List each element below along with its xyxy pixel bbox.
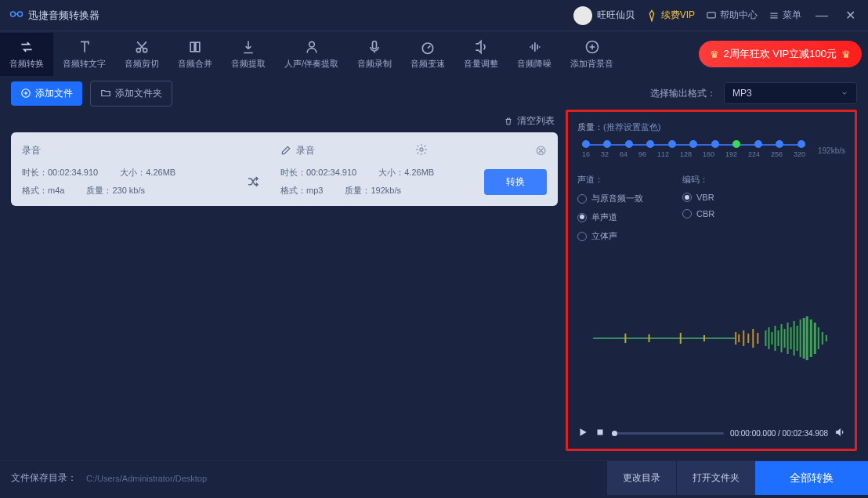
vip-badge[interactable]: 续费VIP bbox=[646, 9, 695, 22]
tab-volume-adjust[interactable]: 音量调整 bbox=[454, 33, 508, 76]
save-dir-path[interactable]: C:/Users/Administrator/Desktop bbox=[86, 474, 207, 483]
output-format-label: 选择输出格式： bbox=[650, 87, 716, 100]
mic-icon bbox=[367, 39, 382, 55]
svg-rect-6 bbox=[196, 42, 200, 52]
quality-label: 质量： bbox=[577, 121, 603, 133]
titlebar: 迅捷音频转换器 旺旺仙贝 续费VIP 帮助中心 菜单 — ✕ bbox=[0, 0, 868, 31]
stop-button[interactable] bbox=[595, 427, 606, 439]
svg-rect-40 bbox=[818, 327, 819, 349]
chat-icon bbox=[706, 10, 717, 21]
speed-icon bbox=[420, 39, 436, 55]
radio-channel-stereo[interactable]: 立体声 bbox=[577, 230, 643, 242]
edit-icon[interactable] bbox=[280, 145, 291, 156]
convert-single-button[interactable]: 转换 bbox=[484, 169, 547, 195]
svg-rect-43 bbox=[598, 430, 603, 435]
tab-audio-extract[interactable]: 音频提取 bbox=[222, 33, 275, 76]
convert-icon bbox=[19, 39, 34, 55]
svg-rect-34 bbox=[797, 326, 798, 351]
seek-bar[interactable] bbox=[612, 432, 724, 435]
svg-point-0 bbox=[11, 12, 16, 16]
svg-point-12 bbox=[420, 148, 423, 151]
promo-button[interactable]: ♛ 2周年狂欢 VIP立减100元 ♛ bbox=[699, 41, 863, 67]
crown-icon: ♛ bbox=[841, 49, 851, 60]
help-button[interactable]: 帮助中心 bbox=[706, 9, 758, 22]
svg-rect-24 bbox=[765, 330, 766, 346]
file-list-panel: 清空列表 录音 录音 ⊗ 时长：00:02:34.910大小：4.26MB 格式… bbox=[11, 110, 558, 451]
diamond-icon bbox=[646, 9, 658, 22]
tab-audio-to-text[interactable]: 音频转文字 bbox=[53, 33, 115, 76]
svg-rect-35 bbox=[800, 319, 801, 357]
shuffle-icon bbox=[226, 175, 280, 189]
svg-rect-37 bbox=[806, 316, 808, 360]
svg-rect-28 bbox=[777, 330, 779, 346]
svg-rect-41 bbox=[822, 332, 823, 345]
play-button[interactable] bbox=[577, 427, 588, 439]
svg-rect-26 bbox=[771, 332, 772, 345]
radio-channel-mono[interactable]: 单声道 bbox=[577, 211, 643, 223]
user-area[interactable]: 旺旺仙贝 bbox=[573, 6, 635, 25]
gear-icon[interactable] bbox=[415, 143, 428, 158]
tab-voice-separate[interactable]: 人声/伴奏提取 bbox=[275, 33, 348, 76]
svg-rect-29 bbox=[781, 324, 783, 352]
crown-icon: ♛ bbox=[710, 49, 719, 60]
svg-rect-14 bbox=[624, 334, 626, 343]
change-dir-button[interactable]: 更改目录 bbox=[606, 461, 676, 495]
convert-all-button[interactable]: 全部转换 bbox=[755, 461, 868, 495]
svg-rect-20 bbox=[743, 330, 744, 346]
channel-options: 声道： 与原音频一致 单声道 立体声 bbox=[577, 174, 643, 242]
quality-recommend: (推荐设置蓝色) bbox=[603, 121, 660, 133]
tab-audio-speed[interactable]: 音频变速 bbox=[401, 33, 454, 76]
noise-icon bbox=[526, 39, 542, 55]
svg-rect-18 bbox=[735, 332, 736, 345]
encoding-options: 编码： VBR CBR bbox=[682, 174, 714, 242]
svg-point-7 bbox=[309, 42, 314, 47]
minimize-button[interactable]: — bbox=[812, 9, 831, 23]
tab-noise-reduce[interactable]: 音频降噪 bbox=[508, 33, 561, 76]
time-display: 00:00:00.000 / 00:02:34.908 bbox=[730, 429, 828, 438]
avatar bbox=[573, 6, 592, 25]
svg-rect-22 bbox=[752, 329, 754, 348]
save-dir-label: 文件保存目录： bbox=[11, 471, 77, 485]
actionbar: 添加文件 添加文件夹 选择输出格式： MP3 bbox=[0, 77, 868, 110]
app-title: 迅捷音频转换器 bbox=[28, 9, 99, 23]
tab-add-bgm[interactable]: 添加背景音 bbox=[561, 33, 623, 76]
tab-audio-merge[interactable]: 音频合并 bbox=[168, 33, 222, 76]
menu-button[interactable]: 菜单 bbox=[769, 9, 801, 22]
svg-rect-30 bbox=[784, 329, 786, 348]
folder-icon bbox=[100, 88, 111, 99]
volume-icon bbox=[473, 39, 489, 55]
trash-icon bbox=[504, 117, 513, 126]
svg-rect-19 bbox=[738, 334, 740, 342]
radio-enc-cbr[interactable]: CBR bbox=[682, 209, 714, 218]
output-format-select[interactable]: MP3 bbox=[724, 82, 857, 104]
volume-button[interactable] bbox=[834, 427, 845, 439]
add-folder-button[interactable]: 添加文件夹 bbox=[90, 81, 172, 106]
bitrate-slider[interactable]: 163264 96112128 160192224 256320 bbox=[577, 139, 810, 161]
text-icon bbox=[77, 39, 92, 55]
svg-rect-27 bbox=[774, 326, 776, 351]
footer: 文件保存目录： C:/Users/Administrator/Desktop 更… bbox=[0, 460, 868, 495]
svg-rect-15 bbox=[649, 334, 650, 342]
file-name-left: 录音 bbox=[22, 144, 280, 157]
app-logo-icon bbox=[9, 7, 24, 23]
open-dir-button[interactable]: 打开文件夹 bbox=[676, 461, 755, 495]
source-info: 时长：00:02:34.910大小：4.26MB 格式：m4a质量：230 kb… bbox=[22, 167, 226, 197]
tab-audio-record[interactable]: 音频录制 bbox=[348, 33, 401, 76]
menu-icon bbox=[769, 10, 779, 21]
tab-audio-convert[interactable]: 音频转换 bbox=[0, 33, 53, 76]
tab-audio-cut[interactable]: 音频剪切 bbox=[115, 33, 168, 76]
svg-rect-17 bbox=[703, 335, 705, 341]
radio-channel-same[interactable]: 与原音频一致 bbox=[577, 193, 643, 204]
svg-rect-33 bbox=[794, 321, 795, 355]
radio-enc-vbr[interactable]: VBR bbox=[682, 193, 714, 202]
close-button[interactable]: ✕ bbox=[842, 8, 859, 23]
clear-list-button[interactable]: 清空列表 bbox=[504, 114, 555, 128]
file-name-right: 录音 bbox=[296, 144, 315, 157]
remove-file-button[interactable]: ⊗ bbox=[535, 142, 547, 159]
toolbar: 音频转换 音频转文字 音频剪切 音频合并 音频提取 人声/伴奏提取 音频录制 音… bbox=[0, 31, 868, 77]
svg-rect-32 bbox=[790, 327, 792, 349]
svg-rect-36 bbox=[803, 318, 805, 359]
add-file-button[interactable]: 添加文件 bbox=[11, 81, 82, 106]
svg-rect-25 bbox=[768, 327, 769, 349]
preview-player: 00:00:00.000 / 00:02:34.908 bbox=[577, 420, 845, 439]
